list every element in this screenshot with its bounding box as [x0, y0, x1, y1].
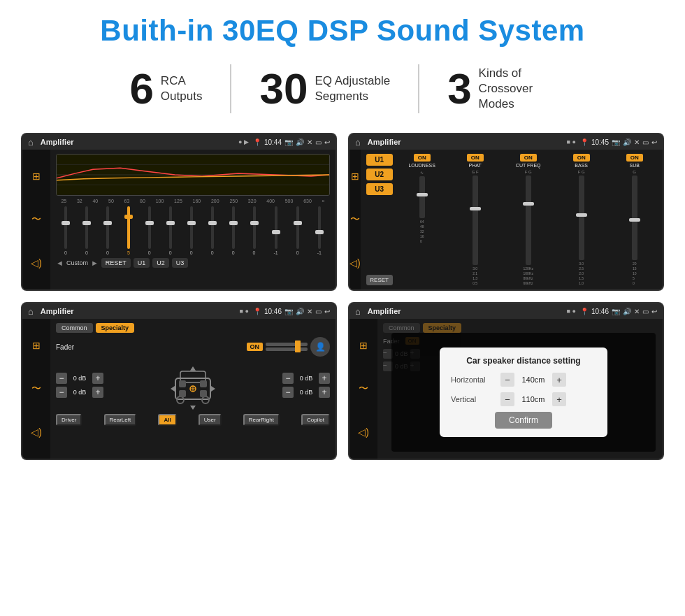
cr-icon-speaker[interactable]: ◁) — [349, 257, 361, 268]
cr-camera-icon: 📷 — [612, 138, 620, 146]
eq-slider-7[interactable]: 0 — [190, 206, 193, 255]
eq-graph — [56, 154, 330, 196]
eq-slider-13[interactable]: -1 — [317, 206, 322, 255]
fdr-car-diagram — [109, 361, 277, 410]
svg-marker-16 — [190, 406, 196, 410]
stat-label-eq: EQ AdjustableSegments — [315, 73, 390, 104]
eq-icon-speaker[interactable]: ◁) — [31, 257, 42, 268]
fdr-user-btn[interactable]: User — [199, 414, 222, 426]
fdr-plus-4[interactable]: + — [319, 387, 330, 398]
stat-eq: 30 EQ AdjustableSegments — [231, 67, 418, 110]
crossover-screen-body: ⊞ 〜 ◁) U1 U2 U3 RESET ON — [349, 150, 663, 289]
eq-screen-card: ⌂ Amplifier ● ▶ 📍 10:44 📷 🔊 ✕ ▭ ↩ ⊞ 〜 ◁) — [21, 133, 337, 291]
svg-marker-17 — [171, 386, 175, 392]
dlg-back-icon[interactable]: ↩ — [651, 308, 657, 315]
eq-time: 10:44 — [264, 138, 282, 146]
eq-slider-12[interactable]: 0 — [296, 206, 299, 255]
eq-slider-6[interactable]: 0 — [169, 206, 172, 255]
fdr-rearright-btn[interactable]: RearRight — [243, 414, 280, 426]
dialog-confirm-btn[interactable]: Confirm — [495, 412, 552, 429]
cr-bass-on[interactable]: ON — [573, 154, 590, 162]
fdr-rearleft-btn[interactable]: RearLeft — [104, 414, 137, 426]
eq-slider-10[interactable]: 0 — [253, 206, 256, 255]
fdr-plus-1[interactable]: + — [92, 373, 103, 384]
eq-sliders: 0 0 0 5 0 0 0 0 0 0 -1 0 -1 — [56, 206, 330, 255]
eq-slider-8[interactable]: 0 — [211, 206, 214, 255]
fdr-minus-2[interactable]: − — [56, 387, 67, 398]
cr-back-icon[interactable]: ↩ — [651, 138, 657, 146]
cr-cutfreq-on[interactable]: ON — [520, 154, 537, 162]
fdr-back-icon[interactable]: ↩ — [324, 308, 330, 315]
eq-slider-4[interactable]: 5 — [127, 206, 130, 255]
fdr-home-icon[interactable]: ⌂ — [28, 306, 34, 317]
eq-slider-9[interactable]: 0 — [232, 206, 235, 255]
fdr-time: 10:46 — [264, 308, 282, 315]
cr-channel-sub: ON SUB G 20151050 — [610, 154, 660, 285]
dlg-home-icon[interactable]: ⌂ — [355, 306, 361, 317]
eq-dot1: ● ▶ — [238, 138, 249, 145]
cr-rect-icon: ▭ — [642, 138, 649, 146]
eq-next-btn[interactable]: ► — [91, 259, 99, 267]
cr-channel-phat: ON PHAT G F 3.02.11.30.5 — [450, 154, 500, 285]
eq-slider-3[interactable]: 0 — [106, 206, 109, 255]
fdr-on-badge[interactable]: ON — [247, 343, 264, 351]
stat-crossover: 3 Kinds ofCrossover Modes — [419, 66, 583, 112]
fader-screen-card: ⌂ Amplifier ■ ● 📍 10:46 📷 🔊 ✕ ▭ ↩ ⊞ 〜 ◁) — [21, 302, 337, 460]
dlg-icon-sliders[interactable]: ⊞ — [359, 340, 368, 351]
fdr-tab-common[interactable]: Common — [56, 323, 93, 333]
fdr-tab-specialty[interactable]: Specialty — [96, 323, 135, 333]
fdr-all-btn[interactable]: All — [158, 414, 176, 426]
fdr-plus-3[interactable]: + — [319, 373, 330, 384]
cr-phat-on[interactable]: ON — [467, 154, 484, 162]
eq-icon-wave[interactable]: 〜 — [31, 213, 41, 226]
fdr-icon-sliders[interactable]: ⊞ — [32, 340, 41, 351]
stat-label-rca: RCAOutputs — [161, 73, 203, 104]
cr-icon-wave[interactable]: 〜 — [350, 213, 360, 226]
dlg-icon-wave[interactable]: 〜 — [359, 382, 368, 395]
dlg-icon-speaker[interactable]: ◁) — [358, 427, 369, 438]
cr-loudness-on[interactable]: ON — [414, 154, 431, 162]
fdr-copilot-btn[interactable]: Copilot — [301, 414, 330, 426]
cr-home-icon[interactable]: ⌂ — [355, 137, 361, 148]
eq-u3-btn[interactable]: U3 — [172, 258, 189, 268]
fdr-slider-2[interactable] — [266, 348, 308, 351]
eq-slider-1[interactable]: 0 — [64, 206, 67, 255]
eq-prev-btn[interactable]: ◄ — [56, 259, 64, 267]
dialog-vert-plus-btn[interactable]: + — [552, 392, 566, 406]
cr-u3-btn[interactable]: U3 — [366, 183, 393, 195]
fdr-minus-3[interactable]: − — [282, 373, 294, 384]
cr-reset-btn[interactable]: RESET — [366, 275, 393, 285]
svg-marker-18 — [211, 386, 215, 392]
fdr-volume-icon: 🔊 — [296, 308, 304, 315]
cr-icon-sliders[interactable]: ⊞ — [351, 171, 359, 182]
fdr-minus-1[interactable]: − — [56, 373, 67, 384]
eq-slider-2[interactable]: 0 — [85, 206, 88, 255]
cr-u2-btn[interactable]: U2 — [366, 169, 393, 180]
dialog-vert-value: 110cm — [519, 395, 548, 403]
eq-reset-btn[interactable]: RESET — [101, 258, 131, 268]
eq-icon-sliders[interactable]: ⊞ — [32, 171, 41, 182]
fdr-driver-btn[interactable]: Driver — [56, 414, 82, 426]
fdr-icon-wave[interactable]: 〜 — [31, 382, 41, 395]
fdr-icon-speaker[interactable]: ◁) — [31, 427, 42, 438]
fader-screen-body: ⊞ 〜 ◁) Common Specialty Fader ON — [22, 319, 336, 459]
eq-u2-btn[interactable]: U2 — [152, 258, 169, 268]
fdr-plus-2[interactable]: + — [92, 387, 103, 398]
dialog-horizontal-label: Horizontal — [451, 375, 496, 384]
eq-back-icon[interactable]: ↩ — [324, 138, 330, 146]
eq-slider-11[interactable]: -1 — [274, 206, 278, 255]
dialog-horiz-plus-btn[interactable]: + — [552, 373, 566, 387]
dialog-horizontal-row: Horizontal − 140cm + — [451, 373, 596, 387]
fdr-header: Fader ON 👤 — [56, 337, 330, 357]
fdr-vol-row-4: − 0 dB + — [282, 387, 330, 398]
dialog-horiz-minus-btn[interactable]: − — [500, 373, 514, 387]
eq-slider-5[interactable]: 0 — [148, 206, 151, 255]
fdr-settings-icon[interactable]: 👤 — [310, 337, 330, 357]
eq-u1-btn[interactable]: U1 — [134, 258, 150, 268]
dialog-vert-minus-btn[interactable]: − — [500, 392, 514, 406]
eq-home-icon[interactable]: ⌂ — [28, 137, 34, 148]
fdr-minus-4[interactable]: − — [282, 387, 294, 398]
cr-sub-on[interactable]: ON — [626, 154, 643, 162]
fdr-slider-1[interactable] — [266, 343, 308, 346]
cr-u1-btn[interactable]: U1 — [366, 154, 393, 166]
